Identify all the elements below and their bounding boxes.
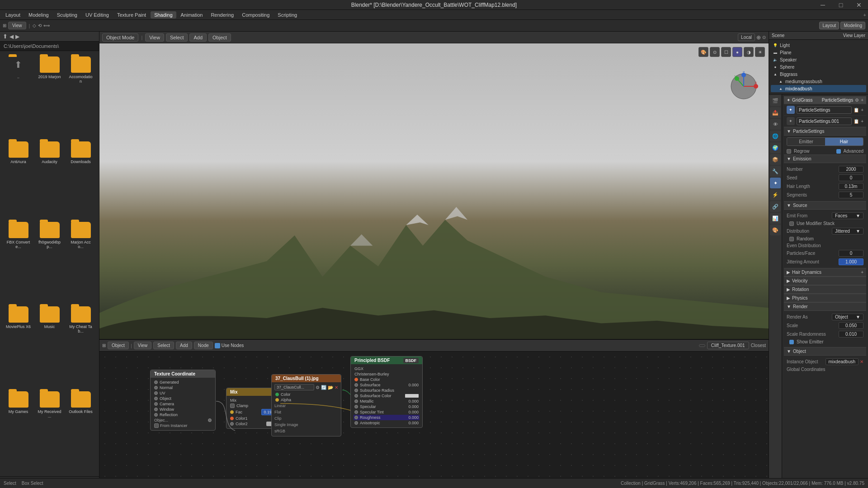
file-item-music[interactable]: Music [35, 305, 64, 388]
socket-window[interactable] [154, 408, 158, 411]
menu-layout[interactable]: Layout [2, 11, 24, 19]
socket-sub-color[interactable] [354, 394, 358, 398]
menu-compositing[interactable]: Compositing [238, 11, 273, 19]
close-button[interactable]: ✕ [850, 0, 868, 9]
viewport-xray-icon[interactable]: ☐ [721, 47, 731, 57]
node-editor-type[interactable]: Object [108, 342, 129, 349]
menu-uv-editing[interactable]: UV Editing [82, 11, 113, 19]
socket-color-out[interactable] [275, 393, 279, 396]
from-instancer-checkbox[interactable] [154, 423, 159, 428]
image-name-field[interactable]: 37_ClausCull... [274, 384, 314, 390]
file-item-audacity[interactable]: Audacity [35, 140, 64, 218]
file-item-downloads[interactable]: Downloads [66, 140, 95, 218]
socket-generated[interactable] [154, 380, 158, 384]
viewport-canvas[interactable]: 🎨 ⊙ ☐ ● ◑ ☀ X [99, 43, 769, 339]
socket-reflection[interactable] [154, 413, 158, 417]
view-button[interactable]: View [8, 22, 26, 29]
vp-view-btn[interactable]: View [145, 33, 164, 42]
object-section[interactable]: ▼ Object [784, 347, 866, 356]
node-view-btn[interactable]: View [134, 342, 152, 349]
hair-button[interactable]: Hair [825, 138, 863, 145]
socket-object[interactable] [154, 397, 158, 400]
number-value[interactable]: 2000 [839, 166, 863, 173]
particle-settings-001-new[interactable]: + [861, 119, 863, 124]
socket-specular[interactable] [354, 405, 358, 408]
emitter-button[interactable]: Emitter [787, 138, 825, 145]
scene-obj-speaker[interactable]: 🔈 Speaker [771, 56, 866, 63]
rotation-section[interactable]: ▶ Rotation [784, 285, 866, 294]
socket-aniso[interactable] [354, 421, 358, 425]
mode-dropdown[interactable]: Object Mode [102, 33, 138, 42]
props-tab-material[interactable]: 🎨 [770, 225, 781, 235]
file-item-marjonacco[interactable]: Marjon Acco... [66, 220, 95, 303]
physics-section[interactable]: ▶ Physics [784, 294, 866, 302]
segments-value[interactable]: 5 [839, 192, 863, 198]
seed-value[interactable]: 0 [839, 174, 863, 181]
props-tab-scene[interactable]: 🌐 [770, 131, 781, 141]
viewport-overlay-icon[interactable]: ⊙ [710, 47, 720, 57]
show-emitter-checkbox[interactable] [789, 340, 794, 344]
distribution-dropdown[interactable]: Jittered ▼ [832, 228, 863, 235]
props-tab-data[interactable]: 📊 [770, 213, 781, 224]
particle-settings-section[interactable]: ▼ ParticleSettings [784, 127, 866, 136]
texture-name-btn[interactable]: Cliff_Texture.001 [707, 342, 749, 349]
props-tab-constraints[interactable]: 🔗 [770, 201, 781, 212]
menu-scripting[interactable]: Scripting [274, 11, 301, 19]
modeling-tab[interactable]: Modeling [840, 22, 865, 29]
socket-subsurface[interactable] [354, 383, 358, 387]
props-tab-render[interactable]: 🎬 [770, 95, 781, 106]
particle-settings-new[interactable]: + [861, 98, 863, 103]
file-item-up[interactable]: ⬆ .. [4, 55, 33, 138]
viewport-material-icon[interactable]: ◑ [744, 47, 754, 57]
file-item-2019marjon[interactable]: 2019 Marjon [35, 55, 64, 138]
particle-name-copy[interactable]: 📋 [854, 108, 859, 113]
socket-camera[interactable] [154, 402, 158, 406]
viewport-solid-icon[interactable]: ● [732, 47, 742, 57]
image-browse-icon[interactable]: 📂 [328, 385, 333, 390]
instance-object-unlink[interactable]: ✕ [860, 359, 863, 364]
props-tab-particles[interactable]: ✦ [770, 178, 781, 188]
socket-color1[interactable] [230, 417, 234, 420]
velocity-section[interactable]: ▶ Velocity [784, 277, 866, 285]
emit-from-dropdown[interactable]: Faces ▼ [832, 212, 863, 219]
socket-alpha-out[interactable] [275, 398, 279, 402]
menu-shading[interactable]: Shading [151, 11, 176, 19]
socket-objec[interactable] [208, 418, 212, 422]
file-item-movieplus[interactable]: MoviePlus X6 [4, 305, 33, 388]
image-reload-icon[interactable]: 🔄 [321, 385, 326, 390]
scene-obj-plane[interactable]: ▬ Plane [771, 49, 866, 56]
socket-color2[interactable] [230, 422, 234, 426]
particle-settings-001-field[interactable]: ParticleSettings.001 [797, 117, 852, 125]
node-editor-type-icon[interactable]: ⊞ [102, 343, 106, 348]
scene-obj-sphere[interactable]: ● Sphere [771, 63, 866, 70]
props-tab-view[interactable]: 👁 [770, 119, 781, 130]
socket-roughness[interactable] [354, 416, 358, 419]
vp-object-btn[interactable]: Object [208, 33, 231, 42]
jittering-amount-value[interactable]: 1.000 [839, 258, 863, 265]
emission-section[interactable]: ▼ Emission [784, 155, 866, 163]
viewport-gizmo[interactable]: X Y Z [728, 70, 760, 102]
particle-settings-001-icon[interactable]: ✦ [787, 117, 795, 125]
instance-object-value[interactable]: mixdeadbush [826, 358, 859, 365]
menu-rendering[interactable]: Rendering [207, 11, 237, 19]
props-tab-world[interactable]: 🌍 [770, 142, 781, 153]
render-section[interactable]: ▼ Render [784, 302, 866, 311]
particle-name-new[interactable]: + [861, 108, 863, 113]
file-item-fh0gwod[interactable]: fh0gwod4bpp... [35, 220, 64, 303]
socket-normal[interactable] [154, 386, 158, 389]
layout-tab[interactable]: Layout [819, 22, 839, 29]
source-section[interactable]: ▼ Source [784, 201, 866, 210]
minimize-button[interactable]: ─ [814, 0, 832, 9]
socket-uv[interactable] [154, 391, 158, 395]
file-item-fbxconverter[interactable]: FBX Converte... [4, 220, 33, 303]
scene-obj-biggrass[interactable]: ▲ Biggrass [771, 70, 866, 78]
file-item-outlookfiles[interactable]: Outlook Files [66, 389, 95, 473]
render-as-dropdown[interactable]: Object ▼ [832, 314, 863, 320]
menu-sculpting[interactable]: Sculpting [53, 11, 81, 19]
nav-forward-button[interactable]: ▶ [15, 33, 19, 40]
snap-mode-dropdown[interactable]: Closest [751, 343, 766, 348]
random-checkbox[interactable] [789, 237, 794, 241]
particle-settings-icon[interactable]: ⚙ [855, 98, 859, 103]
nav-back-button[interactable]: ◀ [9, 33, 14, 40]
node-btn[interactable]: Node [194, 342, 213, 349]
